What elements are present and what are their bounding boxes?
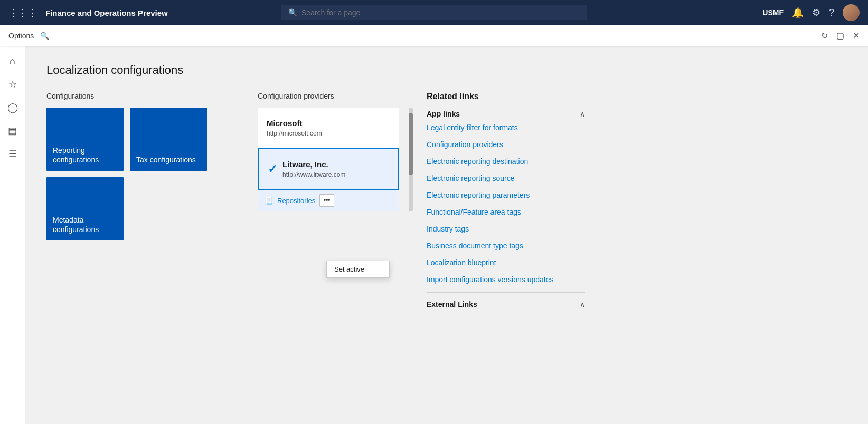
tiles-grid: Reporting configurations Tax configurati…: [46, 108, 237, 171]
left-sidebar: ⌂ ☆ ◯ ▤ ☰: [0, 46, 25, 424]
settings-icon[interactable]: ⚙: [812, 7, 820, 18]
related-links-title: Related links: [427, 92, 585, 101]
tile-tax[interactable]: Tax configurations: [130, 108, 207, 171]
dropdown-set-active[interactable]: Set active: [327, 261, 389, 277]
app-title: Finance and Operations Preview: [45, 8, 168, 17]
link-config-providers[interactable]: Configuration providers: [427, 140, 585, 149]
options-bar-actions: ↻ ▢ ✕: [821, 31, 860, 41]
content-layout: Configurations Reporting configurations …: [46, 92, 847, 314]
options-label: Options: [8, 32, 34, 40]
providers-section: Configuration providers Microsoft http:/…: [258, 92, 405, 211]
sidebar-workspaces[interactable]: ▤: [2, 120, 23, 141]
sidebar-recent[interactable]: ◯: [2, 97, 23, 118]
provider-actions: 📃 Repositories •••: [258, 190, 399, 211]
help-icon[interactable]: ?: [829, 7, 834, 18]
provider-litware-name: Litware, Inc.: [282, 160, 389, 169]
link-er-source[interactable]: Electronic reporting source: [427, 174, 585, 182]
tiles-grid-2: Metadata configurations: [46, 177, 237, 240]
avatar[interactable]: [843, 4, 860, 21]
tile-metadata[interactable]: Metadata configurations: [46, 177, 124, 240]
repositories-icon: 📃: [265, 197, 273, 205]
page-title: Localization configurations: [46, 63, 847, 77]
grid-icon[interactable]: ⋮⋮⋮: [8, 7, 37, 18]
dropdown-menu: Set active: [326, 261, 390, 278]
app-links-label: App links: [427, 110, 460, 118]
provider-litware[interactable]: ✓ Litware, Inc. http://www.litware.com: [258, 148, 399, 190]
link-business-doc-tags[interactable]: Business document type tags: [427, 242, 585, 250]
link-functional-tags[interactable]: Functional/Feature area tags: [427, 208, 585, 216]
search-input[interactable]: [301, 8, 580, 17]
link-er-parameters[interactable]: Electronic reporting parameters: [427, 191, 585, 199]
repositories-link[interactable]: Repositories: [277, 197, 315, 205]
provider-litware-url: http://www.litware.com: [282, 171, 389, 178]
providers-scrollbar[interactable]: [409, 108, 413, 211]
sidebar-home[interactable]: ⌂: [2, 51, 23, 72]
scroll-thumb: [409, 113, 413, 175]
more-options-button[interactable]: •••: [319, 194, 334, 207]
link-legal-entity[interactable]: Legal entity filter for formats: [427, 123, 585, 132]
main-content: Localization configurations Configuratio…: [25, 46, 868, 424]
search-bar: 🔍: [281, 5, 587, 20]
refresh-icon[interactable]: ↻: [821, 31, 828, 41]
external-links-collapse-icon[interactable]: ∧: [580, 300, 585, 309]
app-links-header: App links ∧: [427, 110, 585, 118]
close-icon[interactable]: ✕: [853, 31, 860, 41]
provider-microsoft-name: Microsoft: [267, 119, 390, 128]
options-bar: Options 🔍 ↻ ▢ ✕: [0, 25, 868, 46]
links-divider: [427, 292, 585, 293]
provider-microsoft-url: http://microsoft.com: [267, 130, 390, 137]
options-search-icon[interactable]: 🔍: [40, 32, 49, 40]
configurations-section: Configurations Reporting configurations …: [46, 92, 237, 247]
active-check-icon: ✓: [268, 162, 277, 176]
app-links-collapse-icon[interactable]: ∧: [580, 110, 585, 118]
providers-container: Microsoft http://microsoft.com ✓ Litware…: [258, 108, 399, 211]
link-import-configs[interactable]: Import configurations versions updates: [427, 275, 585, 284]
link-localization-blueprint[interactable]: Localization blueprint: [427, 258, 585, 267]
link-er-destination[interactable]: Electronic reporting destination: [427, 157, 585, 166]
link-industry-tags[interactable]: Industry tags: [427, 225, 585, 233]
sidebar-favorites[interactable]: ☆: [2, 74, 23, 95]
external-links-header: External Links ∧: [427, 300, 585, 309]
tile-reporting[interactable]: Reporting configurations: [46, 108, 124, 171]
related-links-section: Related links App links ∧ Legal entity f…: [427, 92, 585, 314]
notification-icon[interactable]: 🔔: [792, 7, 804, 18]
top-nav-right: USMF 🔔 ⚙ ?: [762, 4, 860, 21]
provider-microsoft[interactable]: Microsoft http://microsoft.com: [258, 108, 399, 148]
search-icon: 🔍: [288, 8, 297, 17]
configurations-label: Configurations: [46, 92, 237, 100]
sidebar-modules[interactable]: ☰: [2, 143, 23, 165]
minimize-icon[interactable]: ▢: [836, 31, 844, 41]
top-navigation: ⋮⋮⋮ Finance and Operations Preview 🔍 USM…: [0, 0, 868, 25]
providers-label: Configuration providers: [258, 92, 405, 100]
external-links-label: External Links: [427, 300, 477, 309]
company-label: USMF: [762, 8, 784, 17]
